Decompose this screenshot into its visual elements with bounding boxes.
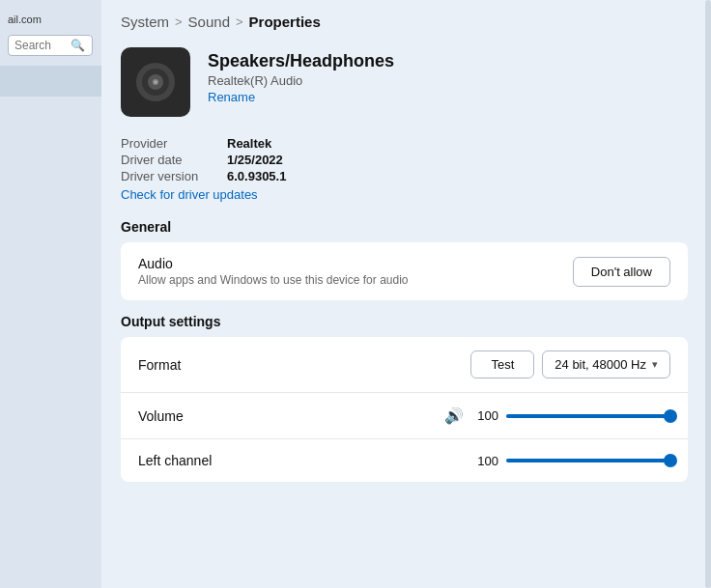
left-channel-controls: 100 [471, 454, 670, 468]
left-channel-slider-fill [506, 459, 670, 462]
volume-label: Volume [138, 408, 184, 424]
left-channel-slider[interactable] [506, 459, 670, 462]
format-value: 24 bit, 48000 Hz [555, 357, 646, 372]
driver-version-value: 6.0.9305.1 [227, 169, 688, 183]
check-driver-updates-link[interactable]: Check for driver updates [121, 187, 688, 202]
output-settings-title: Output settings [121, 314, 688, 329]
format-row: Format Test 24 bit, 48000 Hz ▾ [121, 337, 688, 393]
sidebar-search-box[interactable]: 🔍 [8, 35, 93, 56]
sidebar-selected-item [0, 66, 101, 97]
volume-slider[interactable] [506, 414, 670, 418]
driver-info: Provider Realtek Driver date 1/25/2022 D… [121, 136, 688, 202]
svg-point-4 [155, 81, 157, 84]
volume-value: 100 [471, 408, 498, 423]
audio-info: Audio Allow apps and Windows to use this… [138, 256, 409, 287]
provider-label: Provider [121, 136, 227, 151]
general-section-title: General [121, 219, 688, 235]
format-controls: Test 24 bit, 48000 Hz ▾ [470, 350, 670, 378]
device-header: Speakers/Headphones Realtek(R) Audio Ren… [121, 47, 688, 117]
left-channel-slider-thumb[interactable] [664, 454, 677, 467]
audio-desc: Allow apps and Windows to use this devic… [138, 273, 409, 287]
sidebar-email: ail.com [0, 8, 49, 35]
dont-allow-button[interactable]: Don't allow [573, 257, 670, 287]
speaker-icon [133, 60, 178, 104]
left-channel-label: Left channel [138, 453, 212, 468]
volume-slider-fill [506, 414, 670, 418]
volume-row: Volume 🔊 100 [121, 393, 688, 439]
scrollbar[interactable] [705, 0, 711, 588]
audio-row: Audio Allow apps and Windows to use this… [121, 242, 688, 300]
sidebar: ail.com 🔍 [0, 0, 101, 588]
main-content: System > Sound > Properties Speakers/Hea… [101, 0, 711, 588]
driver-version-label: Driver version [121, 169, 227, 183]
audio-label: Audio [138, 256, 409, 271]
breadcrumb-current: Properties [249, 14, 321, 30]
driver-date-value: 1/25/2022 [227, 153, 688, 167]
breadcrumb: System > Sound > Properties [121, 14, 688, 30]
general-card: Audio Allow apps and Windows to use this… [121, 242, 688, 300]
provider-value: Realtek [227, 136, 688, 151]
volume-slider-thumb[interactable] [664, 409, 677, 423]
volume-icon: 🔊 [444, 406, 464, 425]
format-dropdown[interactable]: 24 bit, 48000 Hz ▾ [542, 350, 670, 378]
device-name: Speakers/Headphones [208, 51, 394, 71]
left-channel-value: 100 [471, 454, 498, 468]
chevron-down-icon: ▾ [652, 358, 658, 371]
format-label: Format [138, 357, 181, 373]
device-driver: Realtek(R) Audio [208, 73, 394, 88]
volume-controls: 🔊 100 [444, 406, 670, 425]
search-icon: 🔍 [71, 39, 85, 52]
device-info: Speakers/Headphones Realtek(R) Audio Ren… [208, 47, 394, 104]
test-button[interactable]: Test [470, 350, 534, 378]
device-icon [121, 47, 190, 117]
output-settings-card: Format Test 24 bit, 48000 Hz ▾ Volume 🔊 … [121, 337, 688, 482]
breadcrumb-system[interactable]: System [121, 14, 169, 30]
breadcrumb-sep2: > [236, 14, 243, 29]
breadcrumb-sound[interactable]: Sound [188, 14, 230, 30]
rename-link[interactable]: Rename [208, 90, 394, 104]
driver-date-label: Driver date [121, 153, 227, 167]
search-input[interactable] [14, 39, 71, 52]
breadcrumb-sep1: > [175, 14, 183, 29]
left-channel-row: Left channel 100 [121, 439, 688, 482]
